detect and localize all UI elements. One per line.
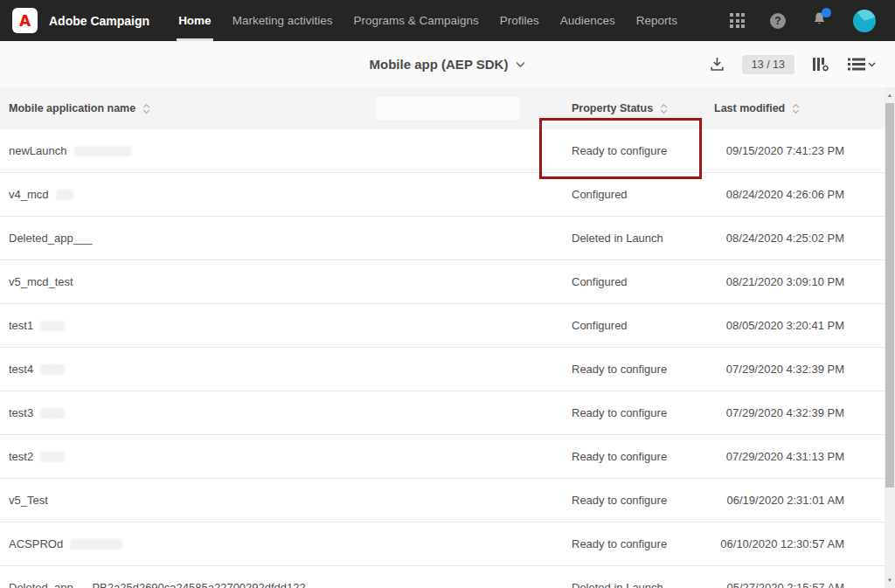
table-row[interactable]: v5_mcd_test Configured 08/21/2020 3:09:1… (0, 260, 895, 304)
toolbar-actions: 13 / 13 (709, 55, 895, 74)
modified-cell: 08/05/2020 3:20:41 PM (714, 319, 844, 332)
app-name-cell: v5_Test (9, 494, 572, 507)
modified-cell: 06/19/2020 2:31:01 AM (714, 494, 844, 507)
modified-cell: 09/15/2020 7:41:23 PM (714, 144, 844, 157)
nav-item-audiences[interactable]: Audiences (560, 0, 615, 41)
modified-cell: 07/29/2020 4:32:39 PM (714, 406, 844, 419)
configure-columns-icon[interactable] (811, 56, 830, 73)
adobe-logo[interactable]: A (12, 8, 38, 33)
main-nav: Home Marketing activities Programs & Cam… (178, 0, 698, 41)
redacted-area (40, 452, 65, 462)
redacted-area (74, 146, 132, 156)
app-name-cell: Deleted_app___ (9, 232, 572, 245)
redacted-area (376, 97, 520, 120)
table-row[interactable]: test2 Ready to configure 07/29/2020 4:31… (0, 435, 895, 479)
app-window: A Adobe Campaign Home Marketing activiti… (0, 0, 895, 588)
mobile-app-table: newLaunch Ready to configure 09/15/2020 … (0, 129, 895, 588)
status-cell: Ready to configure (572, 144, 714, 157)
modified-cell: 08/21/2020 3:09:10 PM (714, 275, 844, 288)
redacted-area (40, 408, 65, 419)
status-cell: Configured (572, 275, 714, 288)
status-cell: Ready to configure (572, 406, 714, 419)
status-cell: Configured (572, 188, 714, 201)
redacted-area (40, 321, 65, 331)
modified-cell: 07/29/2020 4:31:13 PM (714, 450, 844, 463)
app-name-cell: test2 (9, 450, 572, 463)
column-header-status-label: Property Status (572, 102, 653, 114)
help-icon[interactable]: ? (770, 13, 786, 29)
status-cell: Deleted in Launch (572, 232, 714, 245)
app-name-cell: test3 (9, 406, 572, 419)
status-cell: Ready to configure (572, 494, 714, 507)
table-row[interactable]: ACSPROd Ready to configure 06/10/2020 12… (0, 522, 895, 566)
notification-badge (822, 8, 831, 17)
item-count-badge: 13 / 13 (742, 55, 794, 74)
table-row[interactable]: newLaunch Ready to configure 09/15/2020 … (0, 129, 895, 173)
nav-item-reports[interactable]: Reports (636, 0, 677, 41)
sort-icon (659, 103, 669, 114)
modified-cell: 05/27/2020 2:15:57 AM (714, 581, 844, 588)
redacted-area (56, 190, 73, 200)
sort-icon (791, 103, 801, 114)
table-row[interactable]: v4_mcd Configured 08/24/2020 4:26:06 PM (0, 173, 895, 217)
status-cell: Ready to configure (572, 363, 714, 376)
navbar-right-icons: ? (730, 10, 876, 32)
column-header-modified-label: Last modified (714, 102, 785, 114)
column-header-name-label: Mobile application name (9, 102, 135, 114)
entity-type-label: Mobile app (AEP SDK) (370, 57, 509, 72)
table-row[interactable]: test4 Ready to configure 07/29/2020 4:32… (0, 348, 895, 391)
redacted-area (70, 539, 122, 550)
notifications-bell-icon[interactable] (811, 10, 828, 31)
table-row[interactable]: Deleted_app___PB2a25d2690ca24585a2270029… (0, 566, 895, 588)
table-row[interactable]: v5_Test Ready to configure 06/19/2020 2:… (0, 479, 895, 522)
app-name-cell: Deleted_app___PB2a25d2690ca24585a2270029… (9, 581, 572, 588)
app-name-cell: v4_mcd (9, 188, 572, 201)
sort-icon (142, 103, 151, 114)
nav-item-programs-campaigns[interactable]: Programs & Campaigns (353, 0, 478, 41)
modified-cell: 08/24/2020 4:26:06 PM (714, 188, 844, 201)
scrollbar-thumb[interactable] (885, 103, 894, 488)
nav-item-profiles[interactable]: Profiles (500, 0, 539, 41)
modified-cell: 08/24/2020 4:25:02 PM (714, 232, 844, 245)
scroll-up-arrow[interactable]: ▲ (885, 89, 895, 101)
status-cell: Ready to configure (572, 537, 714, 550)
avatar[interactable] (853, 10, 876, 32)
app-title: Adobe Campaign (49, 14, 149, 28)
app-name-cell: test4 (9, 363, 572, 376)
nav-item-marketing-activities[interactable]: Marketing activities (232, 0, 333, 41)
redacted-area (40, 364, 65, 375)
app-name-cell: v5_mcd_test (9, 275, 572, 288)
list-toolbar: Mobile app (AEP SDK) 13 / 13 (0, 41, 895, 87)
table-header-row: Mobile application name Property Status … (0, 87, 895, 129)
table-row[interactable]: test3 Ready to configure 07/29/2020 4:32… (0, 391, 895, 435)
entity-type-dropdown[interactable]: Mobile app (AEP SDK) (370, 57, 526, 72)
chevron-down-icon (515, 61, 525, 68)
view-options-icon[interactable] (847, 57, 876, 72)
download-icon[interactable] (709, 56, 725, 73)
table-row[interactable]: Deleted_app___ Deleted in Launch 08/24/2… (0, 217, 895, 260)
modified-cell: 06/10/2020 12:30:57 AM (714, 537, 844, 550)
modified-cell: 07/29/2020 4:32:39 PM (714, 363, 844, 376)
status-cell: Deleted in Launch (572, 581, 714, 588)
apps-grid-icon[interactable] (730, 13, 745, 28)
app-name-cell: ACSPROd (9, 537, 572, 550)
top-navbar: A Adobe Campaign Home Marketing activiti… (0, 0, 895, 41)
scroll-down-arrow[interactable]: ▼ (885, 574, 895, 586)
status-cell: Ready to configure (572, 450, 714, 463)
app-name-cell: newLaunch (9, 144, 572, 157)
adobe-logo-letter: A (19, 12, 31, 30)
vertical-scrollbar[interactable]: ▲ ▼ (885, 87, 895, 588)
nav-item-home[interactable]: Home (178, 0, 212, 41)
column-header-status[interactable]: Property Status (572, 102, 714, 114)
status-cell: Configured (572, 319, 714, 332)
table-row[interactable]: test1 Configured 08/05/2020 3:20:41 PM (0, 304, 895, 348)
app-name-cell: test1 (9, 319, 572, 332)
column-header-modified[interactable]: Last modified (714, 102, 844, 114)
